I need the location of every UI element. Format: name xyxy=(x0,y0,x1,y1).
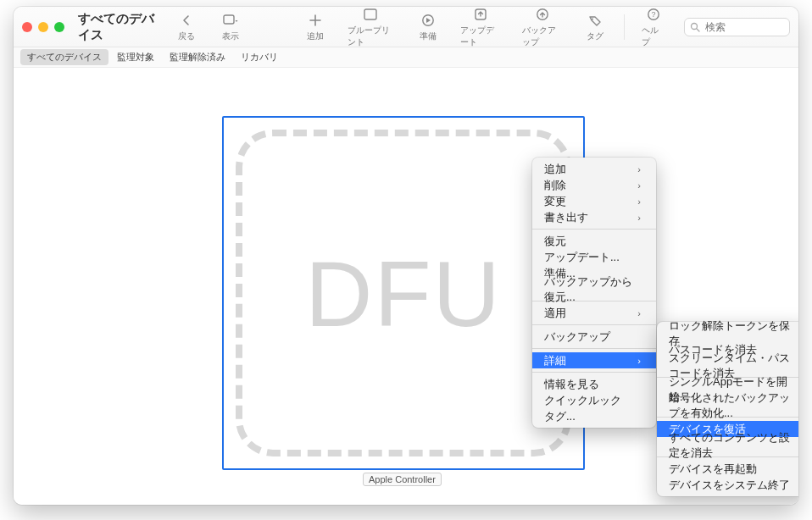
update-icon xyxy=(472,7,489,23)
svg-point-5 xyxy=(592,18,593,19)
backup-icon xyxy=(534,7,551,23)
submenu-enc-backup[interactable]: 暗号化されたバックアップを有効化... xyxy=(657,397,798,413)
separator xyxy=(532,348,656,349)
menu-update[interactable]: アップデート... xyxy=(532,249,656,265)
menu-remove[interactable]: 削除› xyxy=(532,177,656,193)
submenu-restart[interactable]: デバイスを再起動 xyxy=(657,461,798,477)
close-icon[interactable] xyxy=(22,22,32,32)
device-placeholder: DFU xyxy=(236,130,571,456)
prepare-icon xyxy=(420,12,437,29)
search-input[interactable] xyxy=(704,20,784,34)
dfu-label: DFU xyxy=(305,240,502,347)
menu-backup[interactable]: バックアップ xyxy=(532,329,656,345)
view-button[interactable]: 表示 xyxy=(212,10,249,44)
filter-unsupervised[interactable]: 監理解除済み xyxy=(163,49,232,65)
back-button[interactable]: 戻る xyxy=(168,10,205,44)
chevron-right-icon: › xyxy=(637,356,641,366)
submenu-erase-all[interactable]: すべてのコンテンツと設定を消去 xyxy=(657,437,798,453)
minimize-icon[interactable] xyxy=(38,22,48,32)
menu-advanced[interactable]: 詳細› xyxy=(532,352,656,368)
app-window: すべてのデバイス 戻る 表示 追加 ブループリント xyxy=(14,7,798,505)
titlebar: すべてのデバイス 戻る 表示 追加 ブループリント xyxy=(14,7,798,47)
separator xyxy=(532,229,656,230)
chevron-right-icon: › xyxy=(637,180,641,191)
device-tile[interactable]: DFU xyxy=(222,116,585,470)
tag-button[interactable]: タグ xyxy=(576,10,614,44)
device-caption: Apple Controller xyxy=(363,473,442,486)
grid-icon xyxy=(222,12,239,29)
help-button[interactable]: ? ヘルプ xyxy=(635,7,672,50)
content-area: DFU Apple Controller 追加› 削除› 変更› 書き出す› 復… xyxy=(14,68,798,505)
filter-recovery[interactable]: リカバリ xyxy=(234,49,285,65)
menu-info[interactable]: 情報を見る xyxy=(532,376,656,392)
update-button[interactable]: アップデート xyxy=(453,7,509,50)
filter-all[interactable]: すべてのデバイス xyxy=(20,49,108,65)
chevron-right-icon: › xyxy=(637,196,641,207)
menu-add[interactable]: 追加› xyxy=(532,161,656,177)
svg-point-8 xyxy=(692,23,698,29)
submenu-save-token[interactable]: ロック解除トークンを保存 xyxy=(657,325,798,341)
window-title: すべてのデバイス xyxy=(78,11,161,43)
zoom-icon[interactable] xyxy=(54,22,64,32)
advanced-submenu: ロック解除トークンを保存 パスコードを消去 スクリーンタイム・パスコードを消去 … xyxy=(657,322,798,496)
search-icon xyxy=(690,22,700,32)
separator xyxy=(532,372,656,373)
svg-rect-1 xyxy=(364,9,376,19)
menu-apply[interactable]: 適用› xyxy=(532,305,656,321)
backup-button[interactable]: バックアップ xyxy=(515,7,570,50)
menu-export[interactable]: 書き出す› xyxy=(532,209,656,225)
context-menu: 追加› 削除› 変更› 書き出す› 復元 アップデート... 準備... バック… xyxy=(532,158,656,428)
menu-restore-backup[interactable]: バックアップから復元... xyxy=(532,281,656,297)
chevron-right-icon: › xyxy=(637,213,641,223)
chevron-right-icon: › xyxy=(637,308,641,318)
window-controls xyxy=(22,22,64,32)
separator xyxy=(532,324,656,325)
search-field[interactable] xyxy=(684,18,790,36)
submenu-shutdown[interactable]: デバイスをシステム終了 xyxy=(657,477,798,493)
plus-icon xyxy=(307,12,324,29)
prepare-button[interactable]: 準備 xyxy=(409,10,447,44)
svg-rect-0 xyxy=(224,15,234,24)
add-button[interactable]: 追加 xyxy=(297,10,334,44)
blueprint-button[interactable]: ブループリント xyxy=(341,7,403,50)
tag-icon xyxy=(587,12,603,29)
filter-supervised[interactable]: 監理対象 xyxy=(110,49,161,65)
filter-bar: すべてのデバイス 監理対象 監理解除済み リカバリ xyxy=(14,47,798,68)
menu-modify[interactable]: 変更› xyxy=(532,193,656,209)
menu-quicklook[interactable]: クイックルック xyxy=(532,392,656,408)
chevron-left-icon xyxy=(178,12,195,29)
menu-restore[interactable]: 復元 xyxy=(532,233,656,249)
svg-text:?: ? xyxy=(652,10,656,19)
help-icon: ? xyxy=(645,7,662,23)
submenu-clear-screentime[interactable]: スクリーンタイム・パスコードを消去 xyxy=(657,357,798,373)
blueprint-icon xyxy=(363,7,380,23)
chevron-right-icon: › xyxy=(637,164,641,174)
menu-tag[interactable]: タグ... xyxy=(532,408,656,424)
separator xyxy=(624,14,625,40)
